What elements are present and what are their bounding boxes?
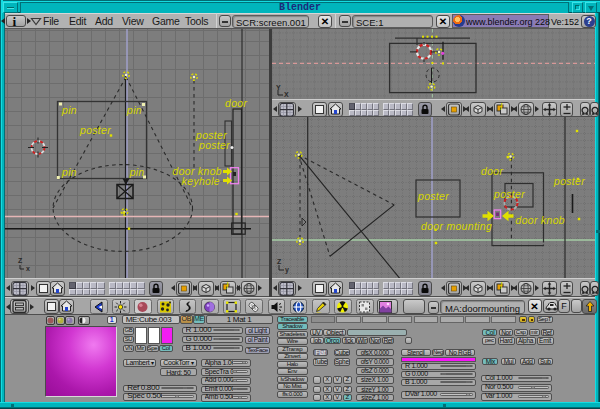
svg-text:Y: Y [276,84,281,91]
svg-text:poster: poster [417,190,449,202]
svg-text:X: X [284,91,289,98]
svg-text:poster: poster [493,188,525,200]
svg-text:door knob: door knob [516,214,565,226]
svg-text:pin: pin [129,166,145,178]
svg-text:pin: pin [126,104,142,116]
svg-text:Z: Z [277,258,282,265]
svg-text:door: door [481,165,503,177]
svg-text:x: x [26,265,30,272]
svg-text:poster: poster [553,175,585,187]
svg-text:poster: poster [198,139,230,151]
svg-text:y: y [285,266,289,274]
svg-text:keyhole: keyhole [182,175,220,187]
svg-text:poster: poster [79,124,111,136]
svg-text:pin: pin [61,166,77,178]
svg-text:pin: pin [61,104,77,116]
svg-text:Z: Z [18,257,23,264]
svg-text:door: door [225,97,247,109]
svg-text:door mounting: door mounting [421,220,492,232]
